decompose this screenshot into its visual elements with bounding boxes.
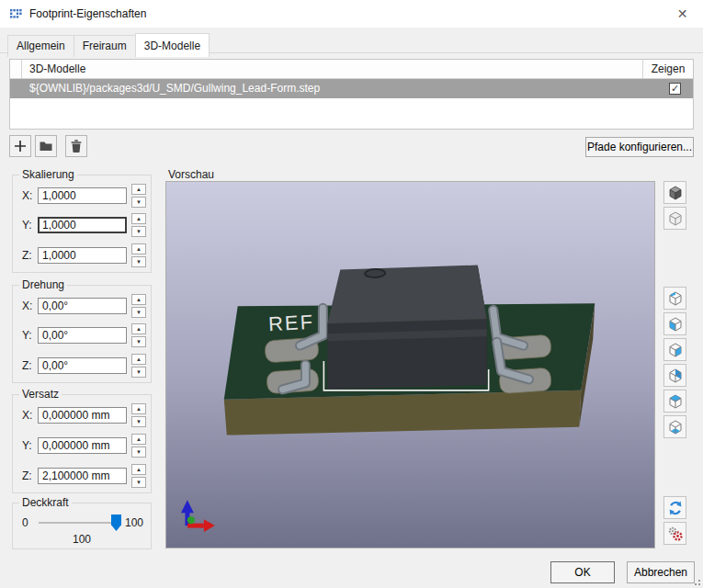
- configure-paths-button[interactable]: Pfade konfigurieren...: [585, 137, 694, 157]
- view-front-button[interactable]: [663, 312, 686, 335]
- scale-y-label: Y:: [22, 219, 38, 232]
- tab-allgemein[interactable]: Allgemein: [7, 35, 74, 57]
- opacity-value: 100: [13, 533, 151, 546]
- rotation-x-label: X:: [22, 300, 38, 312]
- title-bar: Footprint-Eigenschaften ✕: [0, 0, 703, 28]
- rotation-x-input[interactable]: [38, 298, 127, 314]
- view-right-button[interactable]: [663, 338, 686, 361]
- delete-model-button[interactable]: [65, 135, 87, 157]
- opacity-group-title: Deckkraft: [19, 496, 72, 509]
- render-solid-button[interactable]: [663, 181, 686, 204]
- spin-down-button[interactable]: ▼: [131, 477, 146, 488]
- spin-down-button[interactable]: ▼: [131, 447, 146, 458]
- window-title: Footprint-Eigenschaften: [29, 7, 146, 20]
- rotation-z-input[interactable]: [38, 357, 127, 374]
- opacity-max-label: 100: [125, 516, 143, 529]
- tab-3d-modelle[interactable]: 3D-Modelle: [135, 33, 210, 57]
- chip-front: [327, 319, 486, 390]
- 3d-settings-button[interactable]: [663, 522, 686, 545]
- spin-up-button[interactable]: ▲: [131, 464, 146, 475]
- spin-up-button[interactable]: ▲: [131, 243, 146, 254]
- browse-model-button[interactable]: [35, 135, 57, 157]
- cube-left-face-icon: [667, 290, 684, 307]
- row-stub-header: [10, 60, 22, 78]
- spin-down-button[interactable]: ▼: [131, 256, 146, 267]
- offset-group-title: Versatz: [19, 388, 62, 401]
- close-button[interactable]: ✕: [662, 0, 703, 28]
- view-bottom-button[interactable]: [663, 415, 686, 438]
- model-table-header: 3D-Modelle Zeigen: [10, 60, 693, 79]
- cube-right-face-icon: [667, 342, 684, 358]
- opacity-slider[interactable]: [39, 522, 118, 524]
- spin-down-button[interactable]: ▼: [131, 197, 146, 208]
- rotation-group-title: Drehung: [19, 278, 67, 291]
- spin-up-button[interactable]: ▲: [131, 294, 146, 305]
- solid-cube-icon: [667, 185, 684, 201]
- spin-down-button[interactable]: ▼: [131, 416, 146, 427]
- rotation-y-label: Y:: [22, 329, 38, 342]
- spin-up-button[interactable]: ▲: [131, 184, 146, 195]
- render-transparent-button[interactable]: [663, 207, 686, 230]
- gears-icon: [667, 526, 684, 542]
- offset-group: Versatz X: ▲ ▼ Y: ▲ ▼ Z: ▲ ▼: [12, 394, 152, 493]
- opacity-slider-thumb[interactable]: [111, 514, 121, 531]
- tab-freiraum[interactable]: Freiraum: [74, 35, 136, 57]
- show-cell: ✓: [643, 79, 693, 98]
- offset-z-input[interactable]: [38, 468, 127, 484]
- scale-group: Skalierung X: ▲ ▼ Y: ▲ ▼ Z: ▲ ▼: [12, 175, 152, 273]
- view-top-button[interactable]: [663, 390, 686, 413]
- column-header-show: Zeigen: [643, 60, 693, 78]
- cancel-button[interactable]: Abbrechen: [627, 561, 695, 583]
- offset-x-input[interactable]: [38, 407, 127, 424]
- offset-y-label: Y:: [22, 439, 38, 452]
- scale-x-spinner: ▲ ▼: [131, 184, 146, 208]
- rotation-y-input[interactable]: [38, 327, 127, 344]
- scale-group-title: Skalierung: [19, 168, 77, 181]
- axis-indicator: [181, 500, 215, 532]
- spin-down-button[interactable]: ▼: [131, 367, 146, 378]
- scale-y-input[interactable]: [38, 217, 127, 233]
- wireframe-cube-icon: [667, 210, 684, 227]
- spin-up-button[interactable]: ▲: [131, 354, 146, 365]
- scale-x-label: X:: [22, 189, 38, 202]
- model-path-cell[interactable]: ${OWNLIB}/packages3d/U_SMD/Gullwing_Lead…: [22, 79, 643, 98]
- ok-button[interactable]: OK: [550, 561, 615, 583]
- scale-x-input[interactable]: [38, 187, 127, 204]
- offset-y-spinner: ▲ ▼: [131, 434, 146, 458]
- kicad-footprint-icon: [8, 6, 23, 21]
- cube-bottom-face-icon: [667, 419, 684, 435]
- 3d-scene: REF: [166, 182, 654, 548]
- cube-front-face-icon: [667, 316, 684, 333]
- view-left-button[interactable]: [663, 287, 686, 310]
- cube-top-face-icon: [667, 393, 684, 410]
- cube-back-face-icon: [667, 368, 684, 384]
- view-back-button[interactable]: [663, 364, 686, 387]
- folder-icon: [39, 139, 53, 153]
- offset-y-input[interactable]: [38, 437, 127, 454]
- scale-y-spinner: ▲ ▼: [131, 213, 146, 237]
- row-stub: [10, 79, 22, 98]
- refresh-icon: [667, 500, 684, 516]
- plus-icon: [13, 139, 28, 153]
- rotation-x-spinner: ▲ ▼: [131, 294, 146, 318]
- model-table-row[interactable]: ${OWNLIB}/packages3d/U_SMD/Gullwing_Lead…: [10, 79, 693, 98]
- spin-up-button[interactable]: ▲: [131, 434, 146, 445]
- spin-up-button[interactable]: ▲: [131, 323, 146, 334]
- rotation-z-spinner: ▲ ▼: [131, 354, 146, 378]
- spin-down-button[interactable]: ▼: [131, 336, 146, 347]
- spin-up-button[interactable]: ▲: [131, 213, 146, 224]
- silkscreen-ref-text: REF: [268, 311, 315, 336]
- rotation-z-label: Z:: [22, 359, 38, 372]
- add-model-button[interactable]: [9, 135, 31, 157]
- preview-viewport[interactable]: REF: [165, 181, 655, 548]
- chip-top: [327, 266, 486, 324]
- spin-down-button[interactable]: ▼: [131, 226, 146, 237]
- resize-grip[interactable]: [693, 578, 700, 585]
- spin-up-button[interactable]: ▲: [131, 403, 146, 414]
- show-checkbox[interactable]: ✓: [669, 83, 681, 95]
- reload-view-button[interactable]: [663, 496, 686, 519]
- rotation-group: Drehung X: ▲ ▼ Y: ▲ ▼ Z: ▲ ▼: [12, 285, 152, 383]
- scale-z-input[interactable]: [38, 247, 127, 264]
- spin-down-button[interactable]: ▼: [131, 307, 146, 318]
- offset-x-spinner: ▲ ▼: [131, 403, 146, 427]
